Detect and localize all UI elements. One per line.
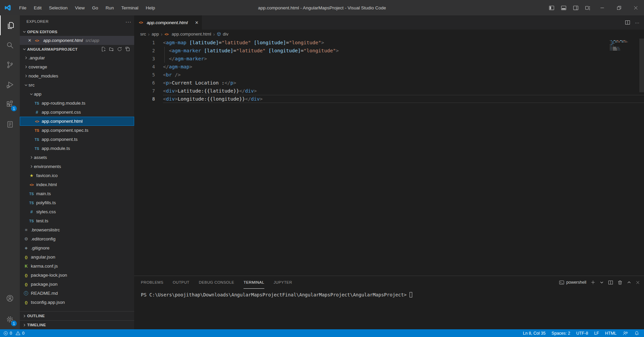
status-utf-8[interactable]: UTF-8 <box>576 331 588 336</box>
menu-view[interactable]: View <box>71 0 89 15</box>
tab-close-icon[interactable]: ✕ <box>195 20 199 25</box>
tree-item--editorconfig[interactable]: ⚙.editorconfig <box>20 234 134 243</box>
project-root-header[interactable]: ANGULARMAPSPROJECT <box>20 45 134 53</box>
menu-selection[interactable]: Selection <box>45 0 71 15</box>
panel-tab-jupyter[interactable]: JUPYTER <box>274 276 292 289</box>
tree-item--gitignore[interactable]: ◆.gitignore <box>20 243 134 252</box>
breadcrumb-src[interactable]: src <box>140 32 146 37</box>
customize-layout-icon[interactable] <box>582 0 594 15</box>
explorer-more-actions-icon[interactable]: ··· <box>125 19 131 24</box>
status-ln[interactable]: Ln 8, Col 35 <box>523 331 545 336</box>
tree-item--angular[interactable]: .angular <box>20 53 134 62</box>
restore-button[interactable] <box>610 0 627 15</box>
minimize-button[interactable] <box>594 0 610 15</box>
tree-item-index-html[interactable]: <>index.html <box>20 180 134 189</box>
code-editor[interactable]: 1<agm-map [latitude]="latitude" [longitu… <box>134 39 644 276</box>
manage-gear-icon[interactable]: 1 <box>0 310 20 329</box>
panel-tab-problems[interactable]: PROBLEMS <box>141 276 163 289</box>
tree-item-favicon-ico[interactable]: ★favicon.ico <box>20 171 134 180</box>
split-editor-icon[interactable] <box>625 20 630 25</box>
tree-item-styles-css[interactable]: #styles.css <box>20 207 134 216</box>
tree-item-app-component-css[interactable]: #app.component.css <box>20 108 134 117</box>
tree-item-app[interactable]: app <box>20 90 134 99</box>
tree-item-assets[interactable]: assets <box>20 153 134 162</box>
new-file-icon[interactable] <box>101 47 106 52</box>
code-line-4[interactable]: 4</agm-map> <box>134 63 644 71</box>
panel-tab-debug-console[interactable]: DEBUG CONSOLE <box>199 276 234 289</box>
tree-item-node-modules[interactable]: node_modules <box>20 71 134 80</box>
close-button[interactable] <box>627 0 644 15</box>
minimap[interactable] <box>610 40 639 51</box>
close-editor-icon[interactable]: ✕ <box>28 38 34 43</box>
breadcrumb-app[interactable]: app <box>152 32 159 37</box>
account-icon[interactable] <box>0 288 20 308</box>
tree-item-test-ts[interactable]: TStest.ts <box>20 216 134 225</box>
tree-item-app-module-ts[interactable]: TSapp.module.ts <box>20 144 134 153</box>
panel-tab-output[interactable]: OUTPUT <box>173 276 190 289</box>
extensions-icon[interactable]: 1 <box>0 95 20 114</box>
tree-item-src[interactable]: src <box>20 80 134 90</box>
tree-item-package-json[interactable]: {}package.json <box>20 280 134 289</box>
split-terminal-icon[interactable] <box>608 280 613 285</box>
menu-run[interactable]: Run <box>102 0 118 15</box>
tree-item-package-lock-json[interactable]: {}package-lock.json <box>20 271 134 280</box>
tree-item-karma-conf-js[interactable]: Kkarma.conf.js <box>20 262 134 271</box>
open-editors-header[interactable]: OPEN EDITORS <box>20 27 134 36</box>
tree-item-angular-json[interactable]: {}angular.json <box>20 252 134 262</box>
feedback-icon[interactable] <box>623 331 628 336</box>
tab-app-component-html[interactable]: <> app.component.html ✕ <box>134 15 202 30</box>
tree-item-app-component-ts[interactable]: TSapp.component.ts <box>20 135 134 144</box>
menu-go[interactable]: Go <box>89 0 102 15</box>
breadcrumb-div[interactable]: div <box>217 32 228 37</box>
tree-item-polyfills-ts[interactable]: TSpolyfills.ts <box>20 198 134 207</box>
tree-item-coverage[interactable]: coverage <box>20 62 134 71</box>
tree-item-environments[interactable]: environments <box>20 162 134 171</box>
status-spaces[interactable]: Spaces: 2 <box>551 331 570 336</box>
breadcrumb-app-component-html[interactable]: <>app.component.html <box>164 32 211 37</box>
run-debug-icon[interactable] <box>0 75 20 95</box>
code-line-1[interactable]: 1<agm-map [latitude]="latitude" [longitu… <box>134 39 644 47</box>
terminal-output[interactable]: PS C:\Users\poojithap\Downloads\AngularM… <box>134 289 644 329</box>
panel-tab-terminal[interactable]: TERMINAL <box>244 276 264 289</box>
editor-scrollbar[interactable] <box>639 39 644 92</box>
source-control-icon[interactable] <box>0 55 20 75</box>
notifications-bell-icon[interactable] <box>634 331 639 336</box>
tree-item-app-routing-module-ts[interactable]: TSapp-routing.module.ts <box>20 99 134 108</box>
tree-item-readme-md[interactable]: iREADME.md <box>20 289 134 298</box>
section-timeline[interactable]: TIMELINE <box>20 320 134 329</box>
kill-terminal-icon[interactable] <box>618 280 623 285</box>
close-panel-icon[interactable] <box>636 280 640 285</box>
tree-item-tsconfig-app-json[interactable]: {}tsconfig.app.json <box>20 298 134 307</box>
search-icon[interactable] <box>0 35 20 55</box>
code-line-2[interactable]: 2 <agm-marker [latitude]="latitude" [lon… <box>134 47 644 55</box>
tree-item-app-component-spec-ts[interactable]: TSapp.component.spec.ts <box>20 126 134 135</box>
menu-file[interactable]: File <box>15 0 30 15</box>
menu-edit[interactable]: Edit <box>30 0 45 15</box>
shell-picker[interactable]: powershell <box>559 280 586 285</box>
new-terminal-icon[interactable] <box>591 280 595 285</box>
toggle-panel-icon[interactable] <box>557 0 570 15</box>
code-line-5[interactable]: 5<br /> <box>134 71 644 79</box>
refresh-icon[interactable] <box>117 47 122 52</box>
collapse-folders-icon[interactable] <box>125 47 130 52</box>
maximize-panel-icon[interactable] <box>627 280 631 285</box>
toggle-secondary-sidebar-icon[interactable] <box>570 0 582 15</box>
problems-status[interactable]: 0 0 <box>3 331 24 336</box>
menu-terminal[interactable]: Terminal <box>117 0 142 15</box>
explorer-icon[interactable] <box>0 15 20 35</box>
toggle-primary-sidebar-icon[interactable] <box>545 0 557 15</box>
code-line-6[interactable]: 6<p>Current Location :</p> <box>134 79 644 87</box>
code-line-8[interactable]: 8<div>Longitude:{{longitude}}</div> <box>134 95 644 103</box>
open-editor-item[interactable]: ✕ <> app.component.html src\app <box>20 36 134 45</box>
editor-more-actions-icon[interactable]: ··· <box>635 20 639 25</box>
terminal-dropdown-icon[interactable] <box>600 280 604 284</box>
status-html[interactable]: HTML <box>605 331 616 336</box>
code-line-3[interactable]: 3 </agm-marker> <box>134 55 644 63</box>
tree-item-app-component-html[interactable]: <>app.component.html <box>20 117 134 126</box>
code-line-7[interactable]: 7<div>Latitude:{{latitude}}</div> <box>134 87 644 95</box>
tree-item--browserslistrc[interactable]: ≡.browserslistrc <box>20 225 134 234</box>
menu-help[interactable]: Help <box>142 0 159 15</box>
section-outline[interactable]: OUTLINE <box>20 311 134 320</box>
notebook-icon[interactable] <box>0 114 20 134</box>
status-lf[interactable]: LF <box>594 331 599 336</box>
